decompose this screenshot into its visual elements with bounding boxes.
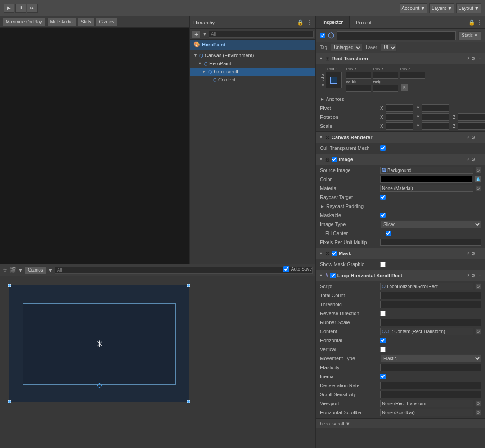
top-toolbar: ▶ ⏸ ⏭ Account ▼ Layers ▼ Layout ▼ <box>0 0 485 16</box>
step-button[interactable]: ⏭ <box>27 4 38 13</box>
canvas-renderer-header[interactable]: ▼ ⊙ Canvas Renderer ? ⚙ ⋮ <box>316 132 485 143</box>
rect-transform-more-icon[interactable]: ⋮ <box>477 56 482 62</box>
pixels-per-unit-input[interactable]: 1 <box>380 239 481 246</box>
horizontal-scrollbar-picker[interactable]: ⊙ <box>475 409 481 416</box>
mask-help-icon[interactable]: ? <box>467 251 469 257</box>
handle-bl[interactable] <box>8 400 11 403</box>
material-picker[interactable]: ⊙ <box>475 185 481 191</box>
canvas-renderer-help-icon[interactable]: ? <box>467 135 469 140</box>
hierarchy-lock-icon[interactable]: 🔒 <box>297 19 304 26</box>
hier-item-content[interactable]: ⬡ Content <box>190 76 315 84</box>
viewport-picker[interactable]: ⊙ <box>475 400 481 407</box>
content-picker[interactable]: ⊙ <box>475 328 481 335</box>
anchor-box[interactable] <box>326 72 342 88</box>
posz-input[interactable]: 0 <box>400 72 425 79</box>
rot-z-input[interactable]: 0 <box>458 113 485 121</box>
vertical-checkbox[interactable] <box>380 347 386 352</box>
height-input[interactable]: 448.52 <box>373 85 398 92</box>
maximize-on-play-button[interactable]: Maximize On Play <box>3 18 45 26</box>
hier-item-canvas[interactable]: ▼ ⬡ Canvas (Environment) <box>190 51 315 59</box>
hierarchy-add-button[interactable]: + <box>192 30 201 38</box>
auto-save-checkbox[interactable] <box>283 266 289 272</box>
loop-scroll-help-icon[interactable]: ? <box>467 273 469 279</box>
decel-rate-input[interactable]: 0.135 <box>380 382 481 389</box>
layer-select[interactable]: UI <box>381 44 397 52</box>
posy-input[interactable]: -72 <box>373 72 398 79</box>
account-dropdown[interactable]: Account ▼ <box>400 3 428 13</box>
total-count-input[interactable]: 0 <box>380 292 481 299</box>
hierarchy-search-input[interactable] <box>209 31 314 38</box>
mask-more-icon[interactable]: ⋮ <box>477 251 482 257</box>
hierarchy-more-icon[interactable]: ⋮ <box>306 19 312 26</box>
show-mask-graphic-checkbox[interactable] <box>380 262 386 267</box>
horizontal-checkbox[interactable] <box>380 338 386 343</box>
pivot-y-input[interactable]: 0.5 <box>422 104 449 112</box>
rect-transform-help-icon[interactable]: ? <box>467 56 469 62</box>
tab-project[interactable]: Project <box>350 16 378 28</box>
posx-input[interactable]: 0 <box>346 72 371 79</box>
image-settings-icon[interactable]: ⚙ <box>471 157 476 163</box>
color-picker[interactable] <box>380 176 472 183</box>
threshold-input[interactable]: 100 <box>380 301 481 308</box>
scroll-sensitivity-input[interactable]: 1 <box>380 391 481 398</box>
image-help-icon[interactable]: ? <box>467 157 469 163</box>
script-picker[interactable]: ⊙ <box>475 283 481 290</box>
game-search-input[interactable] <box>55 267 313 274</box>
loop-scroll-enabled-checkbox[interactable] <box>330 273 336 278</box>
tab-inspector[interactable]: Inspector <box>316 16 350 28</box>
fill-center-checkbox[interactable] <box>386 231 391 236</box>
movement-type-select[interactable]: Elastic <box>380 354 481 362</box>
rot-x-input[interactable]: 0 <box>386 113 413 121</box>
rect-transform-header[interactable]: ▼ ⊞ Rect Transform ? ⚙ ⋮ <box>316 53 485 64</box>
scale-y-input[interactable]: 1 <box>422 122 449 130</box>
rect-transform-settings-icon[interactable]: ⚙ <box>471 56 476 62</box>
object-name-input[interactable]: hero_scroll <box>337 31 456 40</box>
maskable-checkbox[interactable] <box>380 213 386 218</box>
cull-transparent-checkbox[interactable] <box>380 145 386 151</box>
image-header[interactable]: ▼ 🖼 Image ? ⚙ ⋮ <box>316 154 485 165</box>
hier-item-heropaint[interactable]: ▼ ⬡ HeroPaint <box>190 59 315 68</box>
image-type-select[interactable]: Sliced <box>380 220 481 228</box>
aspect-ratio-button[interactable]: R <box>401 84 408 91</box>
hier-item-heroscroll[interactable]: ► ⬡ hero_scroll <box>190 68 315 76</box>
mask-settings-icon[interactable]: ⚙ <box>471 251 476 257</box>
scale-x-input[interactable]: 1 <box>386 122 413 130</box>
stats-button[interactable]: Stats <box>78 18 94 26</box>
gizmos-game-button[interactable]: Gizmos <box>25 266 46 274</box>
gizmos-scene-button[interactable]: Gizmos <box>96 18 117 26</box>
inspector-more-icon[interactable]: ⋮ <box>477 19 482 26</box>
reverse-direction-checkbox[interactable] <box>380 311 386 316</box>
rt-field-width: Width 1305 <box>346 80 371 92</box>
inspector-lock-icon[interactable]: 🔒 <box>468 19 475 26</box>
play-button[interactable]: ▶ <box>4 4 14 13</box>
mute-audio-button[interactable]: Mute Audio <box>47 18 76 26</box>
handle-br[interactable] <box>187 400 190 403</box>
mask-header[interactable]: ▼ ⊙ Mask ? ⚙ ⋮ <box>316 248 485 259</box>
layers-dropdown[interactable]: Layers ▼ <box>429 3 454 13</box>
source-image-picker[interactable]: ⊙ <box>475 167 481 173</box>
loop-scroll-header[interactable]: ▼ # Loop Horizontal Scroll Rect ? ⚙ ⋮ <box>316 270 485 281</box>
static-button[interactable]: Static ▼ <box>458 31 481 40</box>
mask-enabled-checkbox[interactable] <box>332 251 337 256</box>
eyedropper-button[interactable]: 💧 <box>474 176 481 183</box>
object-enabled-checkbox[interactable] <box>320 33 325 38</box>
handle-tl[interactable] <box>8 284 11 287</box>
raycast-target-checkbox[interactable] <box>380 195 386 200</box>
pivot-x-input[interactable]: 0.5 <box>386 104 413 112</box>
rot-y-input[interactable]: 0 <box>422 113 449 121</box>
image-enabled-checkbox[interactable] <box>332 157 337 162</box>
loop-scroll-settings-icon[interactable]: ⚙ <box>471 273 476 279</box>
layout-dropdown[interactable]: Layout ▼ <box>456 3 481 13</box>
inertia-checkbox[interactable] <box>380 374 386 379</box>
canvas-renderer-settings-icon[interactable]: ⚙ <box>471 135 476 140</box>
elasticity-input[interactable]: 0.1 <box>380 364 481 371</box>
pause-button[interactable]: ⏸ <box>15 4 26 13</box>
tag-select[interactable]: Untagged <box>331 44 362 52</box>
loop-scroll-more-icon[interactable]: ⋮ <box>477 273 482 279</box>
rubber-scale-input[interactable]: 1 <box>380 319 481 326</box>
canvas-renderer-more-icon[interactable]: ⋮ <box>477 135 482 140</box>
width-input[interactable]: 1305 <box>346 85 371 92</box>
handle-tr[interactable] <box>187 284 190 287</box>
image-more-icon[interactable]: ⋮ <box>477 157 482 163</box>
scale-z-input[interactable]: 1 <box>458 122 485 130</box>
